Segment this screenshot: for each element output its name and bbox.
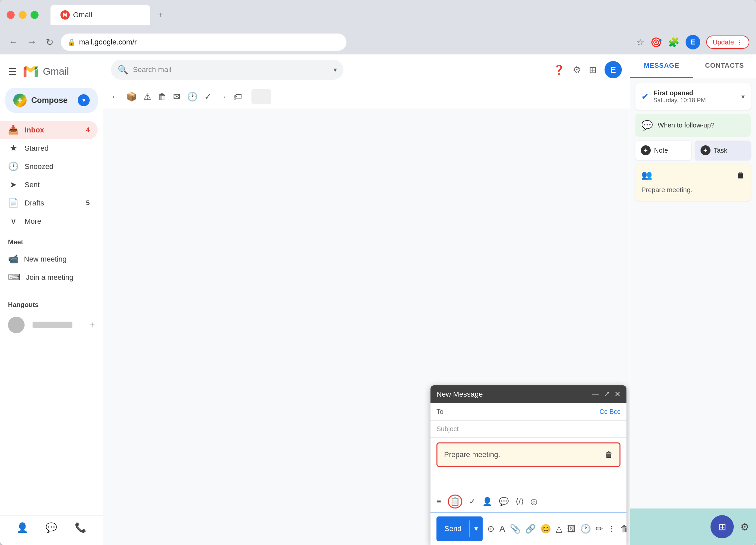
formatting-icon[interactable]: ⊙ xyxy=(487,524,495,534)
help-icon[interactable]: ❓ xyxy=(553,64,565,75)
hangouts-section: Hangouts + xyxy=(0,293,103,337)
compose-minimize-icon[interactable]: — xyxy=(592,390,599,399)
task-icon[interactable]: ✓ xyxy=(204,92,212,102)
boomerang-contact-icon[interactable]: 👤 xyxy=(482,497,492,506)
first-opened-card: ✔ First opened Saturday, 10:18 PM ▾ xyxy=(635,83,751,110)
compose-subject-placeholder: Subject xyxy=(436,425,459,432)
boomerang-toolbar: ≡ 📋 ✓ 👤 💬 ⟨/⟩ ◎ xyxy=(430,491,626,512)
attachment-icon[interactable]: 📎 xyxy=(510,524,520,534)
followup-label: When to follow-up? xyxy=(658,122,714,129)
mark-unread-icon[interactable]: ✉ xyxy=(173,92,180,102)
compose-chevron-icon[interactable]: ▾ xyxy=(78,94,90,106)
search-input[interactable]: Search mail xyxy=(133,65,329,74)
close-button[interactable] xyxy=(7,11,15,19)
address-bar[interactable]: 🔒 mail.google.com/r xyxy=(61,34,346,51)
active-tab[interactable]: M Gmail xyxy=(50,5,150,25)
panel-note-delete-icon[interactable]: 🗑 xyxy=(737,171,745,180)
settings-icon[interactable]: ⚙ xyxy=(573,64,581,75)
fullscreen-button[interactable] xyxy=(31,11,39,19)
task-button[interactable]: + Task xyxy=(695,141,751,160)
schedule-icon[interactable]: 🕐 xyxy=(580,524,591,534)
search-dropdown-icon[interactable]: ▾ xyxy=(333,66,337,74)
tab-contacts[interactable]: CONTACTS xyxy=(693,54,756,78)
photo-icon[interactable]: 🖼 xyxy=(567,524,576,534)
gmail-logo: Gmail xyxy=(22,63,69,80)
new-meeting-item[interactable]: 📹 New meeting xyxy=(0,250,103,268)
compose-expand-icon[interactable]: ⤢ xyxy=(604,390,610,399)
browser-window: M Gmail + ← → ↻ 🔒 mail.google.com/r ☆ 🎯 … xyxy=(0,0,756,545)
report-spam-icon[interactable]: ⚠ xyxy=(143,92,151,102)
right-panel: MESSAGE CONTACTS ✔ First opened Saturday… xyxy=(630,54,756,545)
note-button[interactable]: + Note xyxy=(635,141,691,160)
join-meeting-item[interactable]: ⌨ Join a meeting xyxy=(0,268,103,286)
extensions-icon[interactable]: 🧩 xyxy=(668,37,680,48)
boomerang-target-icon[interactable]: ◎ xyxy=(530,497,537,506)
phone-icon[interactable]: 📞 xyxy=(75,522,86,533)
back-toolbar-icon[interactable]: ← xyxy=(111,92,120,102)
sidebar-item-sent[interactable]: ➤ Sent xyxy=(0,176,98,194)
boomerang-checkmark-icon[interactable]: ≡ xyxy=(436,497,441,506)
boomerang-chat-icon[interactable]: 💬 xyxy=(499,497,509,506)
compose-button[interactable]: + Compose ▾ xyxy=(5,88,98,113)
archive-icon[interactable]: 📦 xyxy=(126,92,137,102)
new-tab-button[interactable]: + xyxy=(158,10,163,20)
compose-note-text: Prepare meeting. xyxy=(444,450,500,459)
hamburger-icon[interactable]: ☰ xyxy=(8,66,17,77)
gmail-sidebar: ☰ Gmail + Compose ▾ xyxy=(0,54,103,545)
tab-message[interactable]: MESSAGE xyxy=(630,54,693,78)
header-icons: ❓ ⚙ ⊞ E xyxy=(553,61,622,78)
panel-settings-icon[interactable]: ⚙ xyxy=(740,521,749,533)
sidebar-item-inbox[interactable]: 📥 Inbox 4 xyxy=(0,121,98,139)
sidebar-item-snoozed[interactable]: 🕐 Snoozed xyxy=(0,157,98,176)
followup-card[interactable]: 💬 When to follow-up? xyxy=(635,114,751,137)
compose-cc-bcc[interactable]: Cc Bcc xyxy=(600,408,620,415)
compose-body[interactable]: Prepare meeting. 🗑 xyxy=(430,438,626,491)
send-dropdown-icon[interactable]: ▾ xyxy=(469,520,483,537)
sidebar-item-more[interactable]: ∨ More xyxy=(0,212,98,230)
forward-button[interactable]: → xyxy=(25,35,39,49)
refresh-button[interactable]: ↻ xyxy=(44,35,55,50)
followup-speech-icon: 💬 xyxy=(641,120,653,131)
apps-grid-icon[interactable]: ⊞ xyxy=(589,64,597,75)
emoji-icon[interactable]: 😊 xyxy=(540,524,551,534)
panel-note-text: Prepare meeting. xyxy=(641,185,745,195)
move-to-icon[interactable]: → xyxy=(218,92,227,102)
contacts-icon[interactable]: 👤 xyxy=(17,522,28,533)
compose-to-input[interactable] xyxy=(447,408,596,415)
chat-icon[interactable]: 💬 xyxy=(46,522,57,533)
discard-icon[interactable]: 🗑 xyxy=(620,524,626,534)
drive-icon[interactable]: △ xyxy=(556,524,562,534)
first-opened-dropdown-icon[interactable]: ▾ xyxy=(741,93,745,101)
compose-close-icon[interactable]: ✕ xyxy=(614,390,620,399)
search-bar[interactable]: 🔍 Search mail ▾ xyxy=(111,60,343,80)
boomerang-task-icon[interactable]: ✓ xyxy=(469,497,476,506)
add-hangout-button[interactable]: + xyxy=(89,319,95,330)
back-button[interactable]: ← xyxy=(7,35,20,49)
compose-title: New Message xyxy=(436,390,483,399)
starred-icon: ★ xyxy=(8,143,19,153)
compose-header-icons: — ⤢ ✕ xyxy=(592,390,620,399)
snooze-icon[interactable]: 🕐 xyxy=(187,92,198,102)
user-avatar-gmail[interactable]: E xyxy=(605,61,622,78)
user-avatar[interactable]: E xyxy=(686,35,700,49)
gmail-header: 🔍 Search mail ▾ ❓ ⚙ ⊞ E xyxy=(103,54,630,85)
compose-note-delete-icon[interactable]: 🗑 xyxy=(605,450,613,459)
delete-toolbar-icon[interactable]: 🗑 xyxy=(158,92,166,102)
label-icon[interactable]: 🏷 xyxy=(234,92,242,102)
format-text-icon[interactable]: A xyxy=(499,524,505,534)
minimize-button[interactable] xyxy=(19,11,27,19)
link-icon[interactable]: 🔗 xyxy=(525,524,536,534)
boomerang-code-icon[interactable]: ⟨/⟩ xyxy=(516,497,524,506)
panel-content: ✔ First opened Saturday, 10:18 PM ▾ 💬 Wh… xyxy=(630,78,756,508)
email-content-area: New Message — ⤢ ✕ To Cc Bcc Subject xyxy=(103,108,630,545)
update-button[interactable]: Update ⋮ xyxy=(706,36,750,49)
bookmark-icon[interactable]: ☆ xyxy=(636,37,644,48)
apps-grid-button[interactable]: ⊞ xyxy=(710,515,734,538)
signature-icon[interactable]: ✏ xyxy=(596,524,603,534)
compose-subject-row[interactable]: Subject xyxy=(430,420,626,438)
boomerang-note-icon[interactable]: 📋 xyxy=(448,495,462,508)
sidebar-item-drafts[interactable]: 📄 Drafts 5 xyxy=(0,194,98,212)
send-button[interactable]: Send ▾ xyxy=(436,516,483,541)
footer-more-icon[interactable]: ⋮ xyxy=(608,524,615,533)
sidebar-item-starred[interactable]: ★ Starred xyxy=(0,139,98,157)
